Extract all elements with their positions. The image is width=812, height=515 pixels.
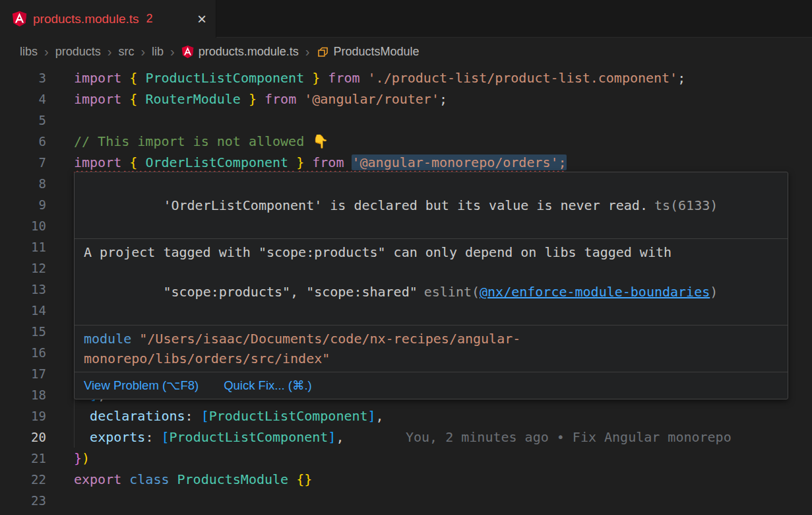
chevron-right-icon: › xyxy=(170,44,175,59)
code-token: import xyxy=(74,91,121,107)
code-token: class xyxy=(121,471,169,487)
line-number: 16 xyxy=(0,342,46,363)
line-number: 7 xyxy=(0,152,46,173)
ts-error-source: ts(6133) xyxy=(654,197,718,213)
chevron-right-icon: › xyxy=(305,44,310,59)
code-token: '@angular/router' xyxy=(304,91,439,107)
chevron-right-icon: › xyxy=(44,44,49,59)
line-number: 19 xyxy=(0,405,46,427)
line-number: 12 xyxy=(0,258,46,279)
code-token: from xyxy=(320,70,359,86)
code-token: ; xyxy=(677,70,685,86)
hover-ts-message: 'OrderListComponent' is declared but its… xyxy=(75,172,788,239)
code-token: RouterModule xyxy=(137,91,249,107)
close-tab-icon[interactable]: × xyxy=(197,11,206,27)
code-line[interactable]: 4import { RouterModule } from '@angular/… xyxy=(0,88,812,110)
code-token xyxy=(360,70,368,86)
breadcrumb-item-symbol[interactable]: ProductsModule xyxy=(317,45,420,59)
code-line[interactable]: 5 xyxy=(0,110,812,131)
breadcrumb-item-libs[interactable]: libs xyxy=(20,45,38,59)
line-number: 20 xyxy=(0,427,46,448)
chevron-right-icon: › xyxy=(141,44,145,59)
line-number: 9 xyxy=(0,194,46,215)
code-token: ] xyxy=(368,408,376,424)
problem-hover-popup: 'OrderListComponent' is declared but its… xyxy=(74,172,788,399)
line-number: 18 xyxy=(0,384,46,405)
code-token: } xyxy=(296,154,304,170)
code-token: ProductListComponent xyxy=(209,408,368,424)
code-token: // This import is not allowed xyxy=(74,133,312,149)
code-token: ProductListComponent xyxy=(170,429,328,445)
line-number: 8 xyxy=(0,173,46,194)
code-token: from xyxy=(304,154,344,170)
line-number: 23 xyxy=(0,490,46,511)
chevron-right-icon: › xyxy=(108,44,112,59)
module-path-line2: monorepo/libs/orders/src/index" xyxy=(84,349,778,368)
breadcrumb-item-lib[interactable]: lib xyxy=(152,45,164,59)
breadcrumb-item-src[interactable]: src xyxy=(118,45,134,59)
code-token: ) xyxy=(82,450,90,466)
tab-problem-count: 2 xyxy=(146,12,153,26)
code-line[interactable]: 22export class ProductsModule {} xyxy=(0,469,812,490)
git-blame-annotation: You, 2 minutes ago • Fix Angular monorep… xyxy=(406,427,732,448)
code-token: { xyxy=(129,91,137,107)
eslint-rule-link[interactable]: @nx/enforce-module-boundaries xyxy=(480,284,710,300)
code-token: , xyxy=(336,429,344,445)
code-token: { xyxy=(129,154,137,170)
code-line[interactable]: 21}) xyxy=(0,448,812,469)
editor-tab-products-module[interactable]: products.module.ts 2 × xyxy=(0,0,216,38)
code-token: 👇 xyxy=(312,133,328,149)
code-line[interactable]: 3import { ProductListComponent } from '.… xyxy=(0,67,812,88)
code-token xyxy=(121,70,129,86)
line-number: 14 xyxy=(0,300,46,321)
code-token: : xyxy=(185,408,201,424)
tab-filename: products.module.ts xyxy=(33,12,139,26)
code-token: } xyxy=(312,70,320,86)
code-token: [ xyxy=(201,408,209,424)
code-token: from xyxy=(257,91,296,107)
code-token xyxy=(288,471,296,487)
code-token: declarations xyxy=(90,408,185,424)
eslint-source-prefix: eslint( xyxy=(424,284,480,300)
tab-bar: products.module.ts 2 × xyxy=(0,0,812,38)
code-token: ] xyxy=(328,429,336,445)
code-token: ProductsModule xyxy=(170,471,289,487)
code-token xyxy=(74,405,90,427)
code-line[interactable]: 7import { OrderListComponent } from '@an… xyxy=(0,152,812,173)
code-token: exports xyxy=(90,429,145,445)
code-token xyxy=(74,427,90,448)
line-number: 15 xyxy=(0,321,46,342)
code-token: ; xyxy=(439,91,447,107)
code-token xyxy=(296,91,304,107)
line-number: 11 xyxy=(0,236,46,258)
breadcrumb-item-products[interactable]: products xyxy=(55,45,101,59)
code-line[interactable]: 23 xyxy=(0,490,812,511)
breadcrumb: libs › products › src › lib › products.m… xyxy=(0,38,812,66)
code-token: import xyxy=(74,70,121,86)
error-squiggle: import { OrderListComponent } from '@ang… xyxy=(74,154,567,170)
line-number: 6 xyxy=(0,131,46,152)
code-token xyxy=(344,154,352,170)
line-number: 21 xyxy=(0,448,46,469)
quick-fix-action[interactable]: Quick Fix... (⌘.) xyxy=(224,376,312,395)
code-token: : xyxy=(145,429,161,445)
line-number: 3 xyxy=(0,67,46,88)
code-token xyxy=(121,154,129,170)
module-keyword: module xyxy=(84,331,131,347)
vscode-window: products.module.ts 2 × libs › products ›… xyxy=(0,0,812,511)
code-token: {} xyxy=(296,471,312,487)
code-line[interactable]: 20 exports: [ProductListComponent],You, … xyxy=(0,427,812,448)
eslint-error-text-line2: "scope:products", "scope:shared" xyxy=(163,284,417,300)
eslint-error-text-line1: A project tagged with "scope:products" c… xyxy=(84,242,778,262)
hover-module-info: module "/Users/isaac/Documents/code/nx-r… xyxy=(75,326,788,372)
code-line[interactable]: 19 declarations: [ProductListComponent], xyxy=(0,405,812,427)
view-problem-action[interactable]: View Problem (⌥F8) xyxy=(84,376,199,395)
code-token: } xyxy=(74,450,82,466)
code-token: import xyxy=(74,154,121,170)
code-editor[interactable]: 3import { ProductListComponent } from '.… xyxy=(0,66,812,511)
code-token xyxy=(121,91,129,107)
code-line[interactable]: 6// This import is not allowed 👇 xyxy=(0,131,812,152)
code-token: ProductListComponent xyxy=(137,70,312,86)
breadcrumb-item-file[interactable]: products.module.ts xyxy=(181,45,299,59)
ts-error-text: 'OrderListComponent' is declared but its… xyxy=(163,197,648,213)
